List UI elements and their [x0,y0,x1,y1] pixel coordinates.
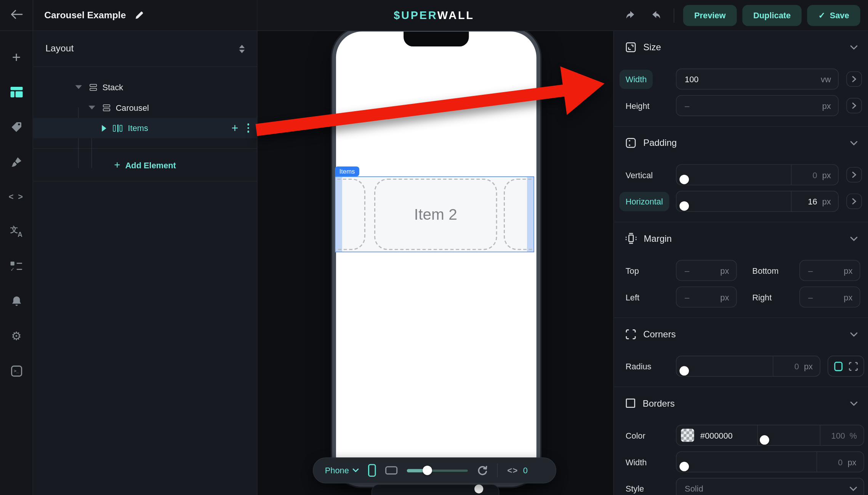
add-child-button[interactable]: + [232,122,239,134]
margin-top-input[interactable]: – px [676,260,737,281]
corners-header[interactable]: Corners [626,326,864,343]
checklist-icon: ✓ [10,261,22,271]
phone-screen [336,32,536,483]
width-label: Width [626,69,676,89]
sort-icon[interactable] [239,45,245,53]
rail-item-code[interactable]: < > [0,179,33,214]
stack-icon [90,84,97,90]
margin-header[interactable]: Margin [626,230,864,247]
redo-button[interactable] [646,6,665,24]
resize-handle[interactable] [474,484,483,493]
border-style-value: Solid [676,484,850,493]
save-button[interactable]: ✓ Save [807,5,860,26]
padding-horizontal-row: Horizontal 16px [626,191,864,212]
slider-knob[interactable] [679,175,689,184]
border-style-select[interactable]: Solid [676,478,864,495]
padding-header[interactable]: Padding [626,134,864,151]
padding-vertical-control: 0px [676,164,839,185]
size-title: Size [643,42,843,53]
document-title-area: Carousel Example [33,0,257,30]
carousel-items-icon [113,124,122,132]
canvas[interactable]: Items Item 2 Phone [258,31,613,495]
margin-right-input[interactable]: – px [799,286,860,307]
selected-carousel-items[interactable]: Item 2 [335,176,534,252]
undo-button[interactable] [622,6,641,24]
border-opacity-unit: % [850,431,857,440]
slider-knob[interactable] [679,462,689,471]
rail-item-layout[interactable] [0,75,33,110]
plus-icon: + [12,49,21,66]
device-dropdown-label: Phone [325,466,349,475]
rail-item-theme[interactable] [0,144,33,179]
duplicate-button[interactable]: Duplicate [742,5,802,26]
rail-item-checklist[interactable]: ✓ [0,249,33,284]
add-element-button[interactable]: + Add Element [33,148,257,181]
plus-icon: + [114,159,120,171]
preview-button[interactable]: Preview [683,5,737,26]
translate-icon: 文A [10,226,22,237]
carousel-item-next [504,179,534,250]
width-detail-button[interactable] [846,71,862,87]
tree-row-items[interactable]: Items + [33,118,257,138]
uniform-radius-button[interactable] [834,361,842,371]
chevron-down-icon[interactable] [850,398,858,408]
chevron-expanded-icon[interactable] [88,105,95,109]
margin-row-1: Top – px Bottom – px [626,260,864,281]
landscape-mode-button[interactable] [386,466,398,474]
zoom-slider[interactable] [407,466,468,475]
more-options-icon[interactable] [247,123,249,133]
code-counter: 0 [523,466,528,475]
inspector-panel: Size Width 100 vw Height – px [613,31,868,495]
slider-knob[interactable] [760,435,769,445]
margin-bottom-input[interactable]: – px [799,260,860,281]
code-view-toggle[interactable]: <> 0 [507,466,528,475]
tree-row-carousel[interactable]: Carousel [33,97,257,118]
padding-vertical-detail-button[interactable] [846,167,862,183]
chevron-collapsed-icon[interactable] [102,125,106,131]
chevron-down-icon[interactable] [850,233,858,243]
height-input[interactable]: – px [676,95,839,116]
section-corners: Corners Radius 0px [614,318,868,387]
rail-item-settings[interactable]: ⚙ [0,319,33,354]
rail-item-console[interactable]: >_ [0,353,33,388]
rail-item-variables[interactable] [0,110,33,145]
color-swatch[interactable] [681,429,694,442]
height-detail-button[interactable] [846,98,862,113]
edit-title-button[interactable] [133,9,146,22]
layout-panel-title: Layout [45,43,74,54]
padding-vertical-label: Vertical [626,170,676,180]
rail-item-localization[interactable]: 文A [0,214,33,249]
left-rail: + < > 文A ✓ ⚙ >_ [0,31,33,495]
size-header[interactable]: Size [626,39,864,56]
chevron-down-icon[interactable] [850,42,858,52]
border-color-value[interactable]: #000000 [700,431,733,440]
chevron-expanded-icon[interactable] [75,85,82,89]
device-dropdown[interactable]: Phone [325,466,359,475]
slider-knob[interactable] [423,466,432,475]
margin-right-label: Right [737,292,799,302]
chevron-down-icon[interactable] [850,138,858,148]
radius-value: 0 [794,361,799,371]
add-button[interactable]: + [0,40,33,75]
borders-header[interactable]: Borders [626,395,864,412]
padding-horizontal-unit: px [822,196,831,206]
refresh-button[interactable] [477,465,488,476]
slider-knob[interactable] [679,201,689,211]
size-icon [626,42,636,53]
portrait-mode-button[interactable] [368,464,376,477]
slider-knob[interactable] [679,366,689,376]
add-element-label: Add Element [125,160,176,169]
border-color-control: #000000 100% [676,425,864,446]
layer-tree: Stack Carousel Items + + Add Element [33,67,257,182]
phone-mockup [332,31,540,487]
margin-left-input[interactable]: – px [676,286,737,307]
back-button[interactable] [0,0,33,30]
padding-horizontal-detail-button[interactable] [846,193,862,209]
chevron-down-icon[interactable] [850,329,858,339]
height-placeholder: – [676,101,689,110]
width-input[interactable]: 100 vw [676,69,839,89]
individual-corners-button[interactable] [849,361,858,371]
tree-row-stack[interactable]: Stack [33,77,257,97]
carousel-item-current[interactable]: Item 2 [374,179,497,250]
rail-item-notifications[interactable] [0,284,33,319]
